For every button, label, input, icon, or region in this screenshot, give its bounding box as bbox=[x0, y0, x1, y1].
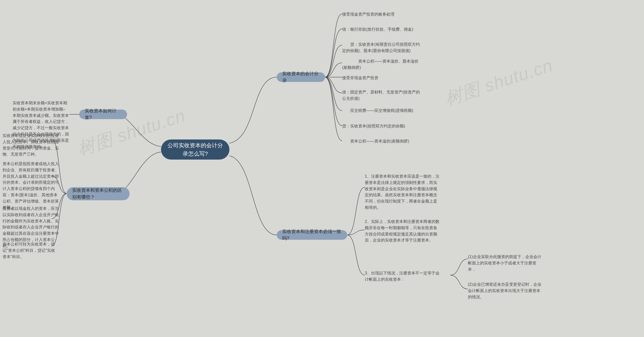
leaf-diff-4-text: 资本公积可转为实收资本，借记"资本公积"科目，贷记"实收资本"科目。 bbox=[3, 241, 59, 260]
leaf-entry-7[interactable]: 应交税费——应交增值税(进项税额) bbox=[342, 108, 423, 114]
watermark: 树图 shutu.cn bbox=[442, 54, 556, 111]
leaf-consistent-2-text: 2、实际上，实收资本和注册资本两者的数额并非在每一时期都相等，只有在投资各方按合… bbox=[365, 219, 440, 244]
leaf-diff-1-text: 实收资本指企业实际收到的投资人投入的资本。实收资本按照投资形式可划分为：货币资金… bbox=[3, 133, 59, 158]
leaf-entry-5-text: 接受非现金资产投资 bbox=[342, 75, 378, 81]
leaf-entry-4[interactable]: 资本公积——资本溢价、股本溢价(差额倒挤) bbox=[342, 58, 423, 71]
leaf-consistent-2[interactable]: 2、实际上，实收资本和注册资本两者的数额并非在每一时期都相等，只有在投资各方按合… bbox=[365, 219, 440, 244]
leaf-consistent-sub-1[interactable]: (1)企业采取分此缴资的前提下，企业会计帐面上的实收资本小于或者大于注册资本， bbox=[468, 254, 543, 272]
mindmap-root[interactable]: 公司实收资本的会计分录怎么写? bbox=[161, 139, 229, 160]
branch-entry[interactable]: 实收资本的会计分录 bbox=[277, 72, 325, 82]
leaf-entry-7-text: 应交税费——应交增值税(进项税额) bbox=[342, 108, 413, 114]
root-title: 公司实收资本的会计分录怎么写? bbox=[167, 141, 224, 158]
leaf-consistent-sub-2-text: (2)企业已增资还未办妥变更登记时，企业会计帐面上的实收资本出现大于注册资本的情… bbox=[468, 281, 543, 300]
leaf-entry-3[interactable]: 贷：实收资本(有限责任公司按照双方约定的份额)、股本(股份有限公司按面值) bbox=[342, 41, 423, 54]
leaf-entry-2-text: 借：银行存款(发行价款、手续费、佣金) bbox=[342, 26, 413, 33]
leaf-entry-1-text: 接受现金资产投资的账务处理 bbox=[342, 11, 394, 18]
leaf-entry-3-text: 贷：实收资本(有限责任公司按照双方约定的份额)、股本(股份有限公司按面值) bbox=[342, 41, 423, 54]
leaf-consistent-1[interactable]: 1、注册资本和实收资本应该是一致的，注册资本是法律上规定的强制性要求，而实收资本… bbox=[365, 173, 440, 211]
branch-consistent[interactable]: 实收资本和注册资本必须一致吗? bbox=[277, 230, 347, 240]
leaf-entry-9[interactable]: 资本公积——资本溢价(差额倒挤) bbox=[342, 138, 423, 145]
branch-consistent-label: 实收资本和注册资本必须一致吗? bbox=[282, 228, 342, 242]
branch-calc[interactable]: 实收资本如何计算? bbox=[79, 110, 127, 119]
leaf-diff-2-text: 资本公积是指投资者或他人投入到企业、所有权归属于投资者、并且投入金额上超过法定资… bbox=[3, 161, 59, 211]
leaf-diff-2[interactable]: 资本公积是指投资者或他人投入到企业、所有权归属于投资者、并且投入金额上超过法定资… bbox=[3, 161, 59, 211]
leaf-entry-2[interactable]: 借：银行存款(发行价款、手续费、佣金) bbox=[342, 26, 423, 33]
leaf-consistent-sub-1-text: (1)企业采取分此缴资的前提下，企业会计帐面上的实收资本小于或者大于注册资本， bbox=[468, 254, 543, 272]
branch-entry-label: 实收资本的会计分录 bbox=[282, 70, 319, 84]
branch-calc-label: 实收资本如何计算? bbox=[85, 108, 122, 121]
leaf-entry-1[interactable]: 接受现金资产投资的账务处理 bbox=[342, 11, 423, 18]
branch-diff[interactable]: 实收资本和资本公积的区别有哪些？ bbox=[67, 187, 130, 200]
leaf-diff-1[interactable]: 实收资本指企业实际收到的投资人投入的资本。实收资本按照投资形式可划分为：货币资金… bbox=[3, 133, 59, 158]
leaf-consistent-3-text: 3、出现以下情况，注册资本不一定等于会计帐面上的实收资本： bbox=[365, 270, 440, 283]
leaf-entry-5[interactable]: 接受非现金资产投资 bbox=[342, 75, 423, 81]
leaf-consistent-sub-2[interactable]: (2)企业已增资还未办妥变更登记时，企业会计帐面上的实收资本出现大于注册资本的情… bbox=[468, 281, 543, 300]
leaf-consistent-3[interactable]: 3、出现以下情况，注册资本不一定等于会计帐面上的实收资本： bbox=[365, 270, 440, 283]
leaf-entry-6[interactable]: 借：固定资产、原材料、无形资产(按资产的公允价值) bbox=[342, 89, 423, 102]
leaf-entry-9-text: 资本公积——资本溢价(差额倒挤) bbox=[342, 138, 409, 145]
leaf-entry-8-text: 贷：实收资本(按照双方约定的份额) bbox=[342, 123, 405, 129]
leaf-entry-4-text: 资本公积——资本溢价、股本溢价(差额倒挤) bbox=[342, 58, 423, 71]
leaf-diff-4[interactable]: 资本公积可转为实收资本，借记"资本公积"科目，贷记"实收资本"科目。 bbox=[3, 241, 59, 260]
leaf-consistent-1-text: 1、注册资本和实收资本应该是一致的，注册资本是法律上规定的强制性要求，而实收资本… bbox=[365, 173, 440, 211]
leaf-entry-8[interactable]: 贷：实收资本(按照双方约定的份额) bbox=[342, 123, 423, 129]
connector-lines bbox=[0, 0, 644, 337]
leaf-entry-6-text: 借：固定资产、原材料、无形资产(按资产的公允价值) bbox=[342, 89, 423, 102]
branch-diff-label: 实收资本和资本公积的区别有哪些？ bbox=[72, 187, 124, 201]
